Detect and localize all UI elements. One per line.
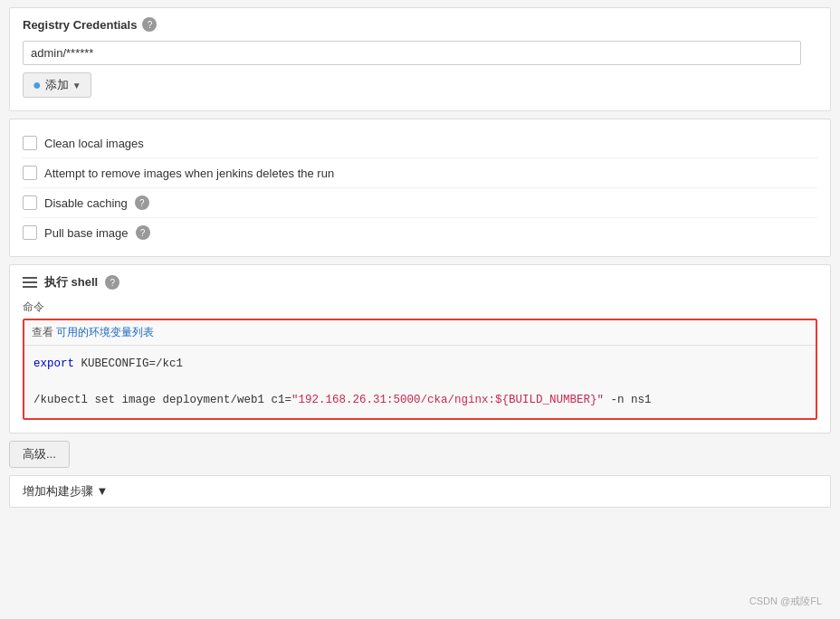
disable-caching-help-icon[interactable]: ? <box>135 195 149 210</box>
registry-credentials-section: Registry Credentials ? ● 添加 ▼ <box>9 7 831 111</box>
env-var-text: 查看 <box>32 325 53 340</box>
add-dot-icon: ● <box>33 77 42 93</box>
add-button-label: 添加 <box>45 77 69 93</box>
env-var-bar: 查看 可用的环境变量列表 <box>24 320 816 346</box>
shell-header: 执行 shell ? <box>23 274 817 290</box>
remove-images-label: Attempt to remove images when jenkins de… <box>44 167 334 180</box>
execute-shell-section: 执行 shell ? 命令 查看 可用的环境变量列表 export KUBECO… <box>9 264 831 433</box>
registry-help-icon[interactable]: ? <box>142 17 157 32</box>
code-line-2: /kubectl set image deployment/web1 c1="1… <box>33 391 807 409</box>
pull-base-label: Pull base image <box>44 226 129 240</box>
clean-local-label: Clean local images <box>44 137 144 150</box>
clean-local-checkbox[interactable] <box>23 136 37 150</box>
add-chevron-icon: ▼ <box>72 81 81 90</box>
credentials-input[interactable] <box>23 41 801 65</box>
advanced-section: 高级... <box>9 441 831 468</box>
hamburger-icon[interactable] <box>23 277 37 288</box>
watermark: CSDN @戒陵FL <box>749 595 822 608</box>
pull-base-help-icon[interactable]: ? <box>136 225 150 240</box>
export-keyword: export <box>33 357 74 370</box>
checkbox-remove-images: Attempt to remove images when jenkins de… <box>23 158 817 188</box>
checkboxes-section: Clean local images Attempt to remove ima… <box>9 119 831 257</box>
code-area[interactable]: export KUBECONFIG=/kc1 /kubectl set imag… <box>24 346 816 418</box>
hamburger-line2 <box>23 281 37 283</box>
checkbox-pull-base: Pull base image ? <box>23 218 817 247</box>
registry-title: Registry Credentials <box>23 18 137 32</box>
pull-base-checkbox[interactable] <box>23 225 37 240</box>
remove-images-checkbox[interactable] <box>23 166 37 180</box>
code-line-1: export KUBECONFIG=/kc1 <box>33 355 807 373</box>
disable-caching-label: Disable caching <box>44 196 128 210</box>
command-editor: 查看 可用的环境变量列表 export KUBECONFIG=/kc1 /kub… <box>23 319 817 420</box>
footer-label[interactable]: 增加构建步骤 ▼ <box>23 483 108 500</box>
env-var-link[interactable]: 可用的环境变量列表 <box>56 325 154 340</box>
checkbox-clean-local: Clean local images <box>23 129 817 158</box>
disable-caching-checkbox[interactable] <box>23 195 37 210</box>
registry-section-header: Registry Credentials ? <box>23 17 817 32</box>
page-wrapper: Registry Credentials ? ● 添加 ▼ Clean loca… <box>0 0 840 619</box>
advanced-button[interactable]: 高级... <box>9 441 70 468</box>
hamburger-line1 <box>23 277 37 279</box>
add-button[interactable]: ● 添加 ▼ <box>23 72 91 98</box>
footer-section: 增加构建步骤 ▼ <box>9 475 831 508</box>
command-label: 命令 <box>23 300 817 315</box>
shell-title: 执行 shell <box>44 274 98 290</box>
shell-help-icon[interactable]: ? <box>105 275 119 290</box>
checkbox-disable-caching: Disable caching ? <box>23 188 817 218</box>
hamburger-line3 <box>23 286 37 288</box>
